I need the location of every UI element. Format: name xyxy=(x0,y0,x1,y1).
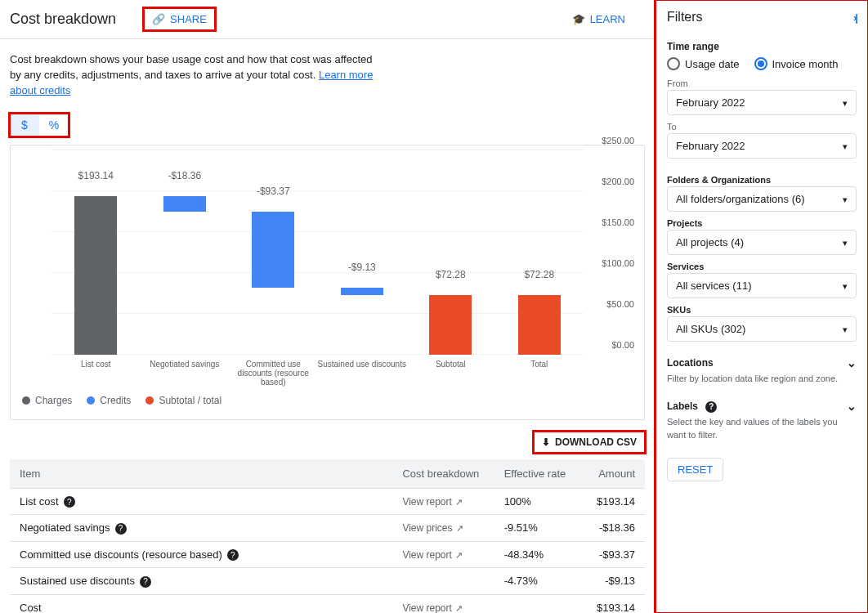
radio-usage-label: Usage date xyxy=(685,58,740,70)
col-breakdown: Cost breakdown xyxy=(392,459,494,489)
caret-down-icon xyxy=(843,96,848,109)
folders-value: All folders/organizations (6) xyxy=(676,193,805,205)
download-icon: ⬇ xyxy=(542,436,550,448)
amount-cell: -$93.37 xyxy=(580,541,645,568)
dollar-toggle[interactable]: $ xyxy=(10,114,39,136)
bar xyxy=(252,212,294,288)
page-header: Cost breakdown 🔗 SHARE 🎓 LEARN xyxy=(0,0,655,39)
percent-toggle[interactable]: % xyxy=(39,114,69,136)
bar-label: -$9.13 xyxy=(318,262,407,273)
bar xyxy=(429,295,472,354)
chevron-down-icon xyxy=(847,356,857,369)
view-link[interactable]: View report xyxy=(402,496,462,508)
projects-dropdown[interactable]: All projects (4) xyxy=(667,230,857,255)
skus-dropdown[interactable]: All SKUs (302) xyxy=(667,316,857,342)
chart: $0.00$50.00$100.00$150.00$200.00$250.00$… xyxy=(10,145,645,420)
external-link-icon xyxy=(456,522,463,534)
bar-label: -$93.37 xyxy=(229,186,318,197)
from-dropdown[interactable]: February 2022 xyxy=(667,90,857,115)
help-icon[interactable]: ? xyxy=(64,496,75,508)
legend-dot-icon xyxy=(145,396,154,405)
locations-section[interactable]: Locations xyxy=(667,356,857,369)
rate-cell: 100% xyxy=(494,488,580,515)
help-icon[interactable]: ? xyxy=(227,549,239,561)
x-tick: List cost xyxy=(51,360,141,387)
services-label: Services xyxy=(667,262,857,271)
learn-button[interactable]: 🎓 LEARN xyxy=(564,8,633,30)
y-tick: $0.00 xyxy=(611,340,634,350)
caret-down-icon xyxy=(843,236,848,248)
filters-title: Filters xyxy=(667,10,703,25)
locations-desc: Filter by location data like region and … xyxy=(667,373,857,385)
radio-icon xyxy=(667,57,680,70)
share-label: SHARE xyxy=(170,13,207,25)
projects-value: All projects (4) xyxy=(676,236,744,248)
services-dropdown[interactable]: All services (11) xyxy=(667,273,857,298)
caret-down-icon xyxy=(843,193,848,205)
download-csv-button[interactable]: ⬇ DOWNLOAD CSV xyxy=(534,432,645,453)
radio-usage-date[interactable]: Usage date xyxy=(667,57,740,70)
x-tick: Total xyxy=(495,360,584,387)
link-icon: 🔗 xyxy=(152,13,165,25)
radio-invoice-month[interactable]: Invoice month xyxy=(754,57,839,70)
item-name: Negotiated savings xyxy=(20,521,110,534)
view-link[interactable]: View prices xyxy=(402,522,463,534)
table-row: Committed use discounts (resource based)… xyxy=(10,541,645,568)
folders-label: Folders & Organizations xyxy=(667,175,857,185)
to-label: To xyxy=(667,122,857,132)
skus-label: SKUs xyxy=(667,305,857,315)
description: Cost breakdown shows your base usage cos… xyxy=(10,52,378,99)
help-icon[interactable]: ? xyxy=(115,523,127,535)
bar xyxy=(341,288,383,295)
skus-value: All SKUs (302) xyxy=(676,323,745,335)
table-row: List cost?View report100%$193.14 xyxy=(10,488,645,515)
bar-label: -$18.36 xyxy=(141,170,230,181)
to-value: February 2022 xyxy=(676,140,745,152)
bar xyxy=(74,196,117,354)
collapse-panel-icon[interactable] xyxy=(853,11,857,24)
y-tick: $150.00 xyxy=(602,217,634,227)
bar-label: $72.28 xyxy=(406,269,495,280)
item-name: Cost xyxy=(20,602,42,613)
bar-label: $193.14 xyxy=(51,170,141,181)
caret-down-icon xyxy=(843,140,848,152)
rate-cell xyxy=(494,594,580,613)
services-value: All services (11) xyxy=(676,280,751,292)
filters-panel: Filters Time range Usage date Invoice mo… xyxy=(655,0,868,613)
y-tick: $200.00 xyxy=(602,177,634,186)
legend-item: Credits xyxy=(87,395,131,406)
y-tick: $100.00 xyxy=(602,258,634,268)
radio-icon xyxy=(754,57,767,70)
amount-cell: -$9.13 xyxy=(580,568,645,595)
breakdown-table: Item Cost breakdown Effective rate Amoun… xyxy=(10,459,645,613)
locations-label: Locations xyxy=(667,357,714,369)
rate-cell: -9.51% xyxy=(494,515,580,542)
reset-button[interactable]: RESET xyxy=(667,458,723,481)
value-percent-toggle: $ % xyxy=(10,114,69,136)
labels-section[interactable]: Labels ? xyxy=(667,400,857,413)
help-icon[interactable]: ? xyxy=(140,576,151,588)
to-dropdown[interactable]: February 2022 xyxy=(667,133,857,159)
caret-down-icon xyxy=(843,280,848,292)
view-link[interactable]: View report xyxy=(402,549,462,561)
table-row: Sustained use discounts?-4.73%-$9.13 xyxy=(10,568,645,595)
from-label: From xyxy=(667,78,857,88)
view-link[interactable]: View report xyxy=(402,602,462,613)
share-button[interactable]: 🔗 SHARE xyxy=(144,8,215,30)
page-title: Cost breakdown xyxy=(10,11,116,28)
folders-dropdown[interactable]: All folders/organizations (6) xyxy=(667,186,857,212)
y-tick: $50.00 xyxy=(606,299,634,309)
legend-dot-icon xyxy=(22,396,30,405)
x-tick: Sustained use discounts xyxy=(318,360,407,387)
chevron-down-icon xyxy=(847,400,857,413)
col-item: Item xyxy=(10,459,392,489)
bar-label: $72.28 xyxy=(495,269,584,280)
amount-cell: $193.14 xyxy=(580,488,645,515)
learn-label: LEARN xyxy=(590,13,625,25)
y-tick: $250.00 xyxy=(602,136,634,145)
from-value: February 2022 xyxy=(676,96,745,109)
help-icon[interactable]: ? xyxy=(705,401,717,413)
projects-label: Projects xyxy=(667,218,857,228)
graduation-cap-icon: 🎓 xyxy=(572,13,585,25)
bar xyxy=(163,196,206,211)
